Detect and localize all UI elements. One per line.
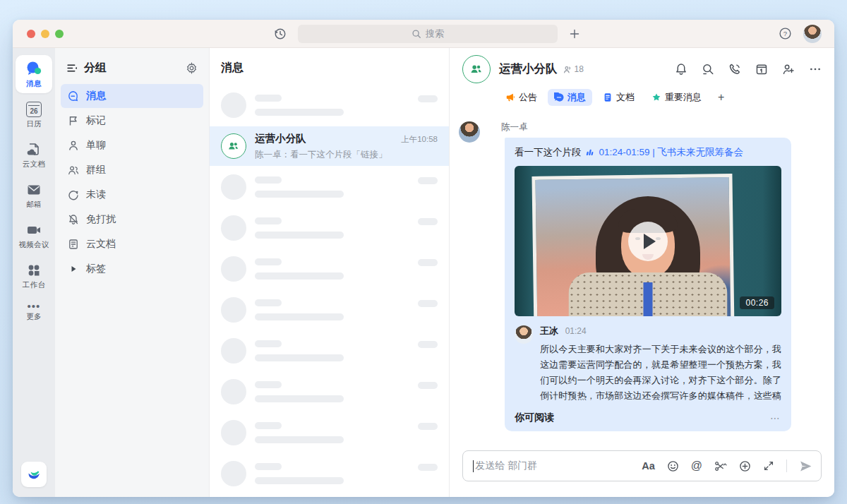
group-item-group-chats[interactable]: 群组 xyxy=(61,158,203,182)
star-icon xyxy=(651,92,661,102)
user-avatar[interactable] xyxy=(803,25,822,43)
message-input[interactable]: 发送给 部门群 Aa @ xyxy=(462,450,822,481)
tab-docs[interactable]: 文档 xyxy=(596,89,641,106)
minutes-icon xyxy=(585,148,596,157)
expand-composer-icon[interactable] xyxy=(763,460,774,472)
chat-list-skeleton-row xyxy=(210,372,449,412)
group-item-label: 消息 xyxy=(86,90,106,102)
group-item-label: 单聊 xyxy=(86,139,106,152)
rail-item-label: 更多 xyxy=(26,312,42,322)
tab-announcement[interactable]: 公告 xyxy=(499,89,543,106)
group-item-direct-chats[interactable]: 单聊 xyxy=(61,133,203,157)
group-item-labels[interactable]: 标签 xyxy=(61,257,203,281)
more-actions-icon[interactable] xyxy=(809,63,822,76)
rail-item-cloud-docs[interactable]: 云文档 xyxy=(16,137,52,174)
conversation-avatar[interactable] xyxy=(462,55,491,83)
gear-icon[interactable] xyxy=(186,62,198,74)
group-item-docs[interactable]: 云文档 xyxy=(61,232,203,256)
more-icon: ••• xyxy=(28,303,41,310)
svg-text:?: ? xyxy=(783,30,787,37)
send-icon[interactable] xyxy=(799,460,812,473)
bubble-more-icon[interactable]: ⋯ xyxy=(770,412,781,424)
rail-item-video-meeting[interactable]: 视频会议 xyxy=(16,217,52,254)
screenshot-scissors-icon[interactable] xyxy=(714,460,727,472)
speaker-avatar xyxy=(515,325,533,344)
group-item-label: 群组 xyxy=(86,164,106,176)
new-window-plus-icon[interactable] xyxy=(569,28,580,40)
rail-item-label: 消息 xyxy=(26,79,42,89)
rail-item-workbench[interactable]: 工作台 xyxy=(16,258,52,294)
clip-time-link[interactable]: 01:24-01:59 | 飞书未来无限筹备会 xyxy=(599,146,744,159)
add-member-icon[interactable] xyxy=(782,63,795,76)
speaker-name: 王冰 xyxy=(540,325,558,336)
unread-refresh-icon xyxy=(68,189,79,200)
group-filter-icon[interactable] xyxy=(66,62,78,74)
play-button-icon[interactable] xyxy=(628,222,668,261)
chat-list-scroll[interactable]: 运营小分队 上午10:58 陈一卓：看一下这个片段「链接」 xyxy=(210,85,449,497)
mention-icon[interactable]: @ xyxy=(691,460,702,472)
schedule-icon[interactable] xyxy=(755,63,768,76)
chat-list-skeleton-row xyxy=(210,413,449,452)
group-item-label: 免打扰 xyxy=(86,213,116,226)
tab-important-messages[interactable]: 重要消息 xyxy=(645,89,708,106)
flag-icon xyxy=(68,115,79,126)
minimize-window-button[interactable] xyxy=(41,30,49,38)
zoom-window-button[interactable] xyxy=(55,30,64,38)
format-text-icon[interactable]: Aa xyxy=(642,460,655,472)
group-item-muted[interactable]: 免打扰 xyxy=(61,208,203,232)
text-cursor xyxy=(473,460,474,472)
app-window: 搜索 ? 消息 26 日历 xyxy=(13,20,834,497)
chat-list-skeleton-row xyxy=(210,290,449,330)
video-duration-badge: 00:26 xyxy=(740,296,774,309)
rail-item-calendar[interactable]: 26 日历 xyxy=(16,97,52,133)
feishu-logo[interactable] xyxy=(21,462,47,487)
emoji-icon[interactable] xyxy=(667,460,679,472)
tab-label: 消息 xyxy=(567,91,586,104)
add-tab-button[interactable]: + xyxy=(712,91,730,104)
call-icon[interactable] xyxy=(728,63,741,76)
tab-messages[interactable]: 消息 xyxy=(548,89,592,106)
help-icon[interactable]: ? xyxy=(779,27,792,40)
rail-item-more[interactable]: ••• 更多 xyxy=(16,298,52,326)
titlebar: 搜索 ? xyxy=(13,20,834,48)
video-meeting-icon xyxy=(26,222,42,238)
chat-list-item-active[interactable]: 运营小分队 上午10:58 陈一卓：看一下这个片段「链接」 xyxy=(210,126,449,166)
triangle-right-icon xyxy=(68,263,79,275)
rail-item-label: 云文档 xyxy=(23,160,45,169)
sender-avatar[interactable] xyxy=(459,121,480,143)
member-count[interactable]: 18 xyxy=(563,64,584,74)
transcript-text: 所以今天主要和大家对齐一下关于未来会议的这个部分，我这边需要运营同学配合的，就是… xyxy=(540,342,781,404)
notification-bell-icon[interactable] xyxy=(675,63,687,76)
groups-panel-title: 分组 xyxy=(84,61,186,76)
tab-label: 公告 xyxy=(519,91,537,104)
group-item-label: 云文档 xyxy=(86,238,116,251)
app-nav-rail: 消息 26 日历 云文档 邮箱 视 xyxy=(13,48,55,497)
chat-list-skeleton-row xyxy=(210,167,449,207)
group-item-flagged[interactable]: 标记 xyxy=(61,109,203,133)
message-area[interactable]: 陈一卓 看一下这个片段 01:24-01:59 | 飞书未来无限筹备会 xyxy=(450,112,834,446)
conversation-pane: 运营小分队 18 xyxy=(450,48,834,497)
composer-placeholder: 发送给 部门群 xyxy=(475,460,642,472)
mail-icon xyxy=(26,182,42,198)
rail-item-label: 视频会议 xyxy=(18,240,49,250)
search-in-chat-icon[interactable] xyxy=(702,63,714,76)
group-chat-avatar xyxy=(221,133,246,159)
chat-time: 上午10:58 xyxy=(401,134,438,145)
chat-list-skeleton-row xyxy=(210,85,449,125)
rail-item-label: 日历 xyxy=(26,119,42,129)
close-window-button[interactable] xyxy=(27,30,35,38)
workbench-icon xyxy=(26,263,42,278)
transcript-timestamp: 01:24 xyxy=(565,326,587,336)
rail-item-label: 邮箱 xyxy=(26,200,42,210)
rail-item-messages[interactable]: 消息 xyxy=(16,55,52,93)
attach-plus-icon[interactable] xyxy=(739,460,751,472)
read-more-link[interactable]: 你可阅读 xyxy=(515,412,554,424)
transcript-block: 王冰 01:24 所以今天主要和大家对齐一下关于未来会议的这个部分，我这边需要运… xyxy=(515,325,781,404)
group-item-unread[interactable]: 未读 xyxy=(61,183,203,207)
search-input[interactable]: 搜索 xyxy=(298,25,558,43)
video-thumbnail[interactable]: 00:26 xyxy=(515,166,781,316)
window-controls xyxy=(27,30,64,38)
history-icon[interactable] xyxy=(274,28,287,40)
rail-item-mail[interactable]: 邮箱 xyxy=(16,177,52,214)
group-item-messages[interactable]: 消息 xyxy=(61,84,203,108)
